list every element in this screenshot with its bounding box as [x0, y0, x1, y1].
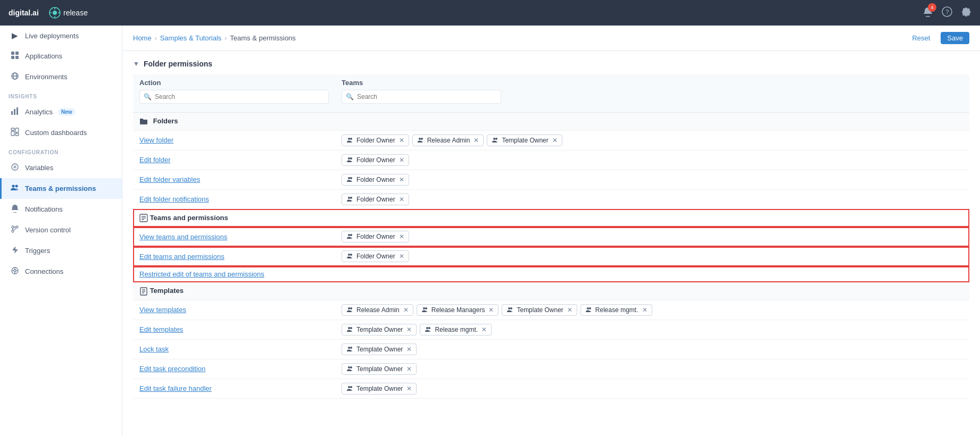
svg-point-48: [350, 197, 352, 199]
sidebar-item-label: Custom dashboards: [25, 129, 87, 137]
team-tag: Folder Owner ✕: [342, 154, 409, 166]
remove-team-btn[interactable]: ✕: [406, 346, 412, 353]
action-search-icon: 🔍: [144, 93, 152, 100]
content-area: Home › Samples & Tutorials › Teams & per…: [122, 26, 980, 436]
svg-point-2: [53, 11, 57, 15]
save-button[interactable]: Save: [941, 32, 969, 44]
header-actions: Reset Save: [908, 32, 969, 44]
svg-point-78: [350, 386, 352, 388]
sidebar-item-label: Version control: [25, 226, 71, 234]
action-label[interactable]: View teams and permissions: [139, 233, 227, 241]
table-row: Edit task precondition Template Owner ✕: [133, 359, 969, 379]
breadcrumb-home[interactable]: Home: [133, 34, 152, 42]
action-label[interactable]: Edit task precondition: [139, 365, 205, 373]
teams-cell: Template Owner ✕ Release mgmt. ✕: [335, 320, 969, 339]
folders-subsection-label: Folders: [153, 117, 178, 125]
action-cell: Edit task precondition: [133, 359, 335, 379]
remove-team-btn[interactable]: ✕: [399, 233, 404, 240]
action-label[interactable]: Edit folder notifications: [139, 195, 209, 203]
environments-icon: [10, 72, 20, 82]
action-label[interactable]: Edit teams and permissions: [139, 253, 225, 261]
reset-button[interactable]: Reset: [908, 32, 934, 44]
svg-point-64: [425, 307, 427, 309]
svg-point-77: [348, 386, 350, 388]
action-label[interactable]: View templates: [139, 306, 186, 314]
sidebar: ▶ Live deployments Applications Environm…: [0, 26, 122, 436]
sidebar-item-label: Triggers: [25, 247, 50, 255]
teams-cell: Folder Owner ✕: [335, 189, 969, 209]
teams-col-header: Teams 🔍: [335, 74, 969, 113]
remove-team-btn[interactable]: ✕: [399, 253, 404, 260]
action-label[interactable]: Restricted edit of teams and permissions: [139, 270, 264, 278]
team-tag: Template Owner ✕: [342, 324, 417, 336]
team-tag: Folder Owner ✕: [342, 174, 409, 186]
action-cell: View teams and permissions: [133, 227, 335, 247]
svg-point-61: [348, 307, 350, 309]
content-header: Home › Samples & Tutorials › Teams & per…: [122, 26, 980, 51]
sidebar-item-custom-dashboards[interactable]: Custom dashboards: [0, 122, 122, 143]
variables-icon: [10, 163, 20, 173]
svg-point-45: [348, 177, 350, 179]
remove-team-btn[interactable]: ✕: [406, 365, 412, 373]
action-label[interactable]: Edit task failure handler: [139, 384, 212, 392]
svg-point-75: [348, 366, 350, 368]
remove-team-btn[interactable]: ✕: [406, 385, 412, 392]
sidebar-item-version-control[interactable]: Version control: [0, 220, 122, 240]
teams-icon: [10, 183, 20, 194]
team-tag: Release Admin ✕: [412, 135, 484, 146]
svg-point-76: [350, 366, 352, 368]
teams-search-input[interactable]: [342, 90, 501, 104]
remove-team-btn[interactable]: ✕: [642, 306, 647, 314]
team-tag: Folder Owner ✕: [342, 231, 409, 242]
settings-icon[interactable]: [961, 6, 971, 20]
folder-permissions-header[interactable]: ▼ Folder permissions: [133, 60, 969, 68]
remove-team-btn[interactable]: ✕: [399, 156, 404, 164]
remove-team-btn[interactable]: ✕: [552, 137, 558, 144]
svg-rect-11: [11, 56, 14, 59]
team-tag: Template Owner ✕: [487, 135, 562, 146]
action-label[interactable]: Edit templates: [139, 325, 183, 333]
folders-subsection-row: Folders: [133, 113, 969, 131]
action-cell: Edit folder notifications: [133, 189, 335, 209]
remove-team-btn[interactable]: ✕: [406, 326, 412, 333]
remove-team-btn[interactable]: ✕: [399, 137, 404, 144]
sidebar-item-analytics[interactable]: Analytics New: [0, 102, 122, 122]
svg-point-72: [428, 327, 430, 329]
sidebar-item-connections[interactable]: Connections: [0, 261, 122, 282]
remove-team-btn[interactable]: ✕: [399, 176, 404, 183]
table-row: Lock task Template Owner ✕: [133, 339, 969, 359]
sidebar-item-teams-permissions[interactable]: Teams & permissions: [0, 178, 122, 199]
folder-permissions-title: Folder permissions: [144, 60, 212, 68]
remove-team-btn[interactable]: ✕: [481, 326, 487, 333]
sidebar-item-environments[interactable]: Environments: [0, 66, 122, 87]
remove-team-btn[interactable]: ✕: [488, 306, 494, 314]
team-tag: Template Owner ✕: [502, 304, 577, 316]
sidebar-item-notifications[interactable]: Notifications: [0, 199, 122, 220]
remove-team-btn[interactable]: ✕: [474, 137, 479, 144]
sidebar-item-variables[interactable]: Variables: [0, 157, 122, 178]
remove-team-btn[interactable]: ✕: [399, 196, 404, 203]
logo-area: digital.ai release: [9, 6, 88, 20]
help-icon[interactable]: ?: [942, 6, 952, 20]
team-tag: Release Admin ✕: [342, 304, 413, 316]
svg-rect-20: [15, 128, 19, 132]
remove-team-btn[interactable]: ✕: [403, 306, 409, 314]
action-cell: Edit templates: [133, 320, 335, 339]
action-label[interactable]: Edit folder: [139, 156, 171, 164]
sidebar-item-live-deployments[interactable]: ▶ Live deployments: [0, 26, 122, 46]
svg-point-71: [426, 327, 428, 329]
live-deployments-icon: ▶: [10, 31, 20, 40]
action-label[interactable]: View folder: [139, 136, 173, 144]
breadcrumb-samples[interactable]: Samples & Tutorials: [160, 34, 222, 42]
action-label[interactable]: Lock task: [139, 345, 169, 353]
action-search-input[interactable]: [139, 90, 329, 104]
svg-point-55: [348, 254, 350, 256]
sidebar-item-applications[interactable]: Applications: [0, 46, 122, 66]
remove-team-btn[interactable]: ✕: [567, 306, 572, 314]
action-cell: Lock task: [133, 339, 335, 359]
release-icon: release: [49, 7, 88, 19]
svg-point-63: [423, 307, 425, 309]
sidebar-item-triggers[interactable]: Triggers: [0, 240, 122, 261]
action-label[interactable]: Edit folder variables: [139, 175, 200, 183]
notifications-icon[interactable]: 4: [923, 6, 933, 20]
